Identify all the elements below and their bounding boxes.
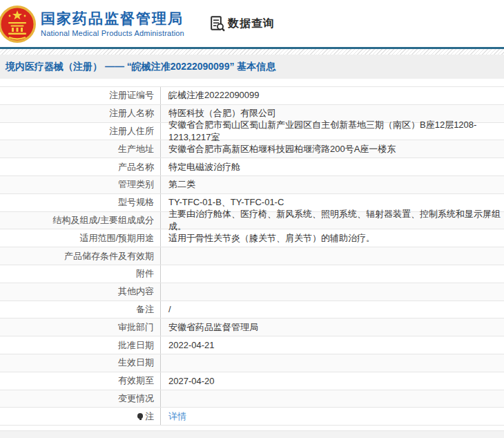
row-value	[161, 265, 504, 283]
row-label: 备注	[0, 301, 161, 318]
row-label: 注	[0, 408, 161, 425]
org-name-cn: 国家药品监督管理局	[41, 10, 184, 28]
row-label: 其他内容	[0, 283, 161, 301]
table-row: 注册人住所安徽省合肥市蜀山区蜀山新产业园区自主创新基地三期（南区）B座12层12…	[0, 123, 504, 141]
row-value: /	[161, 301, 504, 318]
row-label: 注册人住所	[0, 123, 161, 140]
bulb-icon	[137, 413, 143, 419]
row-label: 管理类别	[0, 176, 161, 193]
row-value: 适用于骨性关节炎（膝关节、肩关节）的辅助治疗。	[161, 229, 504, 247]
table-row: 管理类别第二类	[0, 176, 504, 194]
row-value: 主要由治疗舱体、医疗椅、新风系统、照明系统、辐射器装置、控制系统和显示屏组成。	[161, 212, 504, 229]
page: 国家药品监督管理局 National Medical Products Admi…	[0, 0, 504, 438]
page-title-bar: 境内医疗器械（注册） —— “皖械注准20222090099” 基本信息	[0, 55, 504, 79]
table-row: 审批部门安徽省药品监督管理局	[0, 318, 504, 336]
detail-link[interactable]: 详情	[168, 410, 186, 423]
row-label: 注册证编号	[0, 87, 161, 104]
document-search-icon	[211, 16, 225, 32]
row-value: 皖械注准20222090099	[161, 87, 504, 104]
table-row: 其他内容	[0, 283, 504, 301]
table-row: 生产地址安徽省合肥市高新区柏堰科技园柏堰湾路200号A座一楼东	[0, 140, 504, 158]
row-value: 安徽省合肥市蜀山区蜀山新产业园区自主创新基地三期（南区）B座12层1208-12…	[161, 123, 504, 140]
data-query-label: 数据查询	[228, 17, 275, 31]
row-value: 第二类	[161, 176, 504, 193]
row-label: 适用范围/预期用途	[0, 229, 161, 247]
row-value: 安徽省合肥市高新区柏堰科技园柏堰湾路200号A座一楼东	[161, 140, 504, 158]
info-table: 注册证编号皖械注准20222090099注册人名称特医科技（合肥）有限公司注册人…	[0, 86, 504, 426]
table-row: 注详情	[0, 408, 504, 426]
table-row: 产品储存条件及有效期	[0, 247, 504, 265]
row-label: 生效日期	[0, 354, 161, 372]
table-row: 产品名称特定电磁波治疗舱	[0, 158, 504, 176]
row-label: 型号规格	[0, 194, 161, 211]
org-name-en: National Medical Products Administration	[41, 29, 184, 37]
table-row: 附件	[0, 265, 504, 283]
row-value	[161, 283, 504, 301]
row-label: 审批部门	[0, 318, 161, 336]
row-value: 安徽省药品监督管理局	[161, 318, 504, 336]
brand-text: 国家药品监督管理局 National Medical Products Admi…	[41, 10, 184, 37]
row-label: 注册人名称	[0, 105, 161, 122]
table-row: 批准日期2022-04-21	[0, 336, 504, 354]
site-header: 国家药品监督管理局 National Medical Products Admi…	[0, 0, 504, 47]
page-title: 境内医疗器械（注册） —— “皖械注准20222090099” 基本信息	[6, 61, 275, 73]
table-row: 变更情况	[0, 390, 504, 408]
row-value	[161, 390, 504, 408]
table-row: 结构及组成/主要组成成分主要由治疗舱体、医疗椅、新风系统、照明系统、辐射器装置、…	[0, 212, 504, 230]
table-row: 有效期至2027-04-20	[0, 372, 504, 390]
row-value: 2022-04-21	[161, 336, 504, 354]
table-row: 注册证编号皖械注准20222090099	[0, 87, 504, 105]
row-label: 产品名称	[0, 158, 161, 175]
spacer	[0, 79, 504, 86]
table-row: 生效日期	[0, 354, 504, 372]
row-label: 结构及组成/主要组成成分	[0, 212, 161, 229]
row-label: 产品储存条件及有效期	[0, 247, 161, 265]
row-label: 生产地址	[0, 140, 161, 158]
page-footer	[0, 430, 504, 438]
row-label: 批准日期	[0, 336, 161, 354]
row-value: 特定电磁波治疗舱	[161, 158, 504, 175]
national-emblem-logo	[0, 5, 37, 44]
row-value: 2027-04-20	[161, 372, 504, 390]
row-value: 详情	[161, 408, 504, 425]
table-row: 适用范围/预期用途适用于骨性关节炎（膝关节、肩关节）的辅助治疗。	[0, 229, 504, 247]
row-label: 有效期至	[0, 372, 161, 390]
table-row: 备注/	[0, 301, 504, 319]
row-label: 附件	[0, 265, 161, 283]
data-query-nav[interactable]: 数据查询	[211, 16, 275, 32]
row-label: 变更情况	[0, 390, 161, 408]
row-value	[161, 247, 504, 265]
row-value	[161, 354, 504, 372]
hatch-pattern-band	[0, 49, 504, 55]
